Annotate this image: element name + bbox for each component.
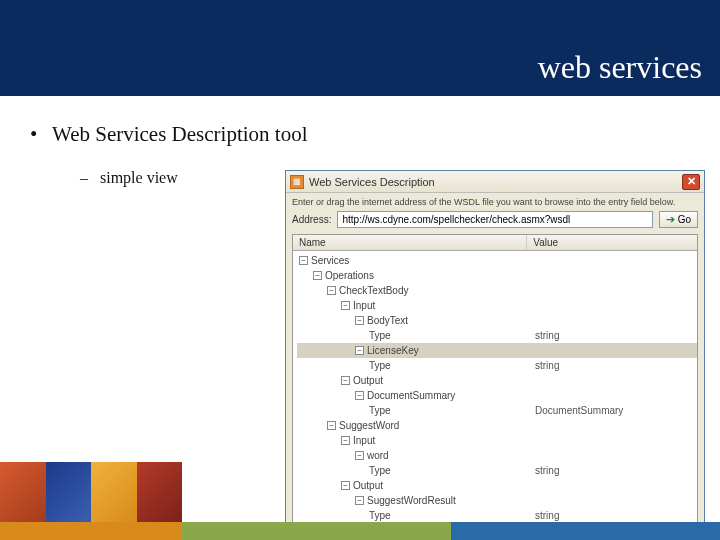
- tree-row-input: −Input: [297, 433, 697, 448]
- tree-body[interactable]: −Services −Operations −CheckTextBody −In…: [293, 251, 697, 525]
- collapse-icon[interactable]: −: [355, 451, 364, 460]
- collapse-icon[interactable]: −: [313, 271, 322, 280]
- tree-row-type: Typestring: [297, 463, 697, 478]
- footer-artwork: [0, 462, 182, 522]
- collapse-icon[interactable]: −: [341, 481, 350, 490]
- tree-row-type: Typestring: [297, 508, 697, 523]
- collapse-icon[interactable]: −: [341, 376, 350, 385]
- col-value[interactable]: Value: [527, 235, 697, 250]
- tree-row-type: Typestring: [297, 328, 697, 343]
- grid-header: Name Value: [293, 235, 697, 251]
- tree-row-output: −Output: [297, 478, 697, 493]
- tree-row-services: −Services: [297, 253, 697, 268]
- close-button[interactable]: ✕: [682, 174, 700, 190]
- window-title: Web Services Description: [309, 176, 682, 188]
- slide-title: web services: [538, 49, 702, 86]
- footer-bar: [0, 522, 720, 540]
- go-label: Go: [678, 214, 691, 225]
- collapse-icon[interactable]: −: [341, 301, 350, 310]
- wsdl-tool-window: ▦ Web Services Description ✕ Enter or dr…: [285, 170, 705, 540]
- collapse-icon[interactable]: −: [327, 286, 336, 295]
- tree-row-output: −Output: [297, 373, 697, 388]
- app-icon: ▦: [290, 175, 304, 189]
- tree-grid: Name Value −Services −Operations −CheckT…: [292, 234, 698, 526]
- tree-row-type: TypeDocumentSummary: [297, 403, 697, 418]
- tree-row-op1: −CheckTextBody: [297, 283, 697, 298]
- go-arrow-icon: ➔: [666, 213, 675, 226]
- collapse-icon[interactable]: −: [327, 421, 336, 430]
- title-band: web services: [0, 0, 720, 96]
- collapse-icon[interactable]: −: [355, 346, 364, 355]
- collapse-icon[interactable]: −: [341, 436, 350, 445]
- tree-row-op2: −SuggestWord: [297, 418, 697, 433]
- hint-text: Enter or drag the internet address of th…: [286, 193, 704, 209]
- tree-row-bodytext: −BodyText: [297, 313, 697, 328]
- col-name[interactable]: Name: [293, 235, 527, 250]
- tree-row-input: −Input: [297, 298, 697, 313]
- tree-row-operations: −Operations: [297, 268, 697, 283]
- collapse-icon[interactable]: −: [299, 256, 308, 265]
- address-row: Address: ➔Go: [286, 209, 704, 234]
- collapse-icon[interactable]: −: [355, 316, 364, 325]
- address-input[interactable]: [337, 211, 652, 228]
- collapse-icon[interactable]: −: [355, 391, 364, 400]
- tree-row-licensekey: −LicenseKey: [297, 343, 697, 358]
- collapse-icon[interactable]: −: [355, 496, 364, 505]
- tree-row-word: −word: [297, 448, 697, 463]
- tree-row-type: Typestring: [297, 358, 697, 373]
- tree-row-suggestresult: −SuggestWordResult: [297, 493, 697, 508]
- bullet-level1: Web Services Description tool: [52, 122, 690, 147]
- tree-row-docsummary: −DocumentSummary: [297, 388, 697, 403]
- window-titlebar[interactable]: ▦ Web Services Description ✕: [286, 171, 704, 193]
- address-label: Address:: [292, 214, 331, 225]
- go-button[interactable]: ➔Go: [659, 211, 698, 228]
